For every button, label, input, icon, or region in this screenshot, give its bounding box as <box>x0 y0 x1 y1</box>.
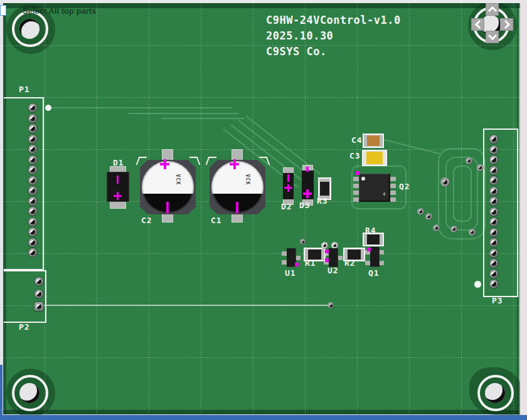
through-hole-pad <box>321 242 328 249</box>
ref-label-r2: R2 <box>344 258 356 268</box>
window-background-top <box>0 0 527 3</box>
connector-pin <box>489 145 498 154</box>
via <box>440 177 450 187</box>
c3-body <box>362 150 387 166</box>
connector-pin <box>28 145 37 154</box>
tooltip-text: Select All top parts <box>23 6 96 16</box>
connector-pin <box>28 124 37 133</box>
pan-left-button[interactable] <box>471 18 484 31</box>
connector-pin <box>489 187 498 196</box>
d3-polarity-mark <box>306 167 309 172</box>
ref-label-p3: P3 <box>492 296 503 305</box>
connector-pin <box>28 197 37 206</box>
connector-pin <box>489 270 498 278</box>
c2-marking-text: VCK <box>175 174 181 185</box>
copper-trace <box>39 305 331 306</box>
copper-trace <box>50 107 232 108</box>
connector-pin <box>489 207 498 216</box>
connector-pin <box>489 166 498 175</box>
c4-body <box>363 134 384 148</box>
pan-down-button[interactable] <box>486 31 499 43</box>
chevron-left-icon <box>474 20 483 29</box>
pcb-3d-viewer-canvas: { "tooltip": { "text": "Select All top p… <box>0 0 527 420</box>
ref-label-u1: U1 <box>285 268 296 278</box>
connector-pin <box>28 155 37 164</box>
connector-pin <box>28 186 37 195</box>
via <box>450 226 457 233</box>
via <box>433 224 440 231</box>
q1-polarity-mark <box>367 248 371 251</box>
connector-p1-outline <box>4 97 44 270</box>
connector-pin <box>35 277 43 286</box>
pan-up-button[interactable] <box>486 3 499 16</box>
window-background-right <box>520 0 527 420</box>
c2-pad <box>162 150 173 160</box>
connector-pin <box>28 103 37 112</box>
connector-p3-outline <box>483 129 518 297</box>
q1-body <box>370 247 380 267</box>
u2-body <box>329 248 338 267</box>
copper-loop <box>453 165 472 222</box>
q2-lead <box>390 197 396 202</box>
via <box>466 157 472 164</box>
connector-pin <box>489 259 498 268</box>
ref-label-d3: D3 <box>299 201 311 210</box>
ref-label-p1: P1 <box>19 85 30 94</box>
q2-lead <box>390 191 396 195</box>
c4-dielectric <box>367 135 380 146</box>
connector-pin <box>28 228 37 236</box>
board-company-text: C9SYS Co. <box>266 45 327 58</box>
r3-resistive-element <box>320 182 329 196</box>
ref-label-r3: R3 <box>317 196 328 206</box>
connector-pin <box>28 218 37 226</box>
chevron-up-icon <box>487 6 496 15</box>
d2-polarity-mark <box>284 187 292 189</box>
connector-pin <box>489 238 498 247</box>
ref-label-c4: C4 <box>351 135 363 145</box>
connector-pin <box>489 135 498 144</box>
ref-label-c2: C2 <box>141 216 152 225</box>
connector-pin <box>28 135 37 144</box>
connector-pin <box>28 248 37 257</box>
connector-pin <box>489 228 498 237</box>
via <box>477 164 484 171</box>
d1-polarity-mark <box>114 195 122 197</box>
c1-pad <box>232 150 242 160</box>
c2-plus-mark <box>164 159 166 169</box>
ref-label-d2: D2 <box>281 202 292 211</box>
copper-trace <box>162 118 245 119</box>
u2-polarity-mark <box>325 258 329 262</box>
pan-right-button[interactable] <box>500 18 513 31</box>
r2-end-cap <box>361 249 364 260</box>
connector-pin <box>28 238 37 247</box>
q2-lead <box>390 177 396 181</box>
via <box>469 229 476 236</box>
u2-polarity-mark <box>325 249 329 253</box>
window-background-left <box>0 0 3 420</box>
c3-dielectric <box>366 152 383 164</box>
ref-label-q1: Q1 <box>368 268 380 278</box>
d1-polarity-mark <box>117 176 119 184</box>
mounting-hole-bore <box>485 383 505 403</box>
pin1-marker-dot <box>45 105 51 111</box>
c4-end-cap <box>380 135 383 147</box>
ref-label-p2: P2 <box>19 322 30 332</box>
c1-marking-text: VCK <box>245 174 250 185</box>
chevron-down-icon <box>487 31 496 40</box>
ref-label-q2: Q2 <box>399 182 410 191</box>
connector-pin <box>28 165 37 174</box>
connector-pin <box>35 290 43 298</box>
window-border-bottom <box>0 415 527 420</box>
connector-pin <box>489 155 498 164</box>
connector-pin <box>489 280 498 288</box>
board-date-text: 2025.10.30 <box>266 29 333 42</box>
ref-label-r4: R4 <box>365 226 376 235</box>
ref-label-u2: U2 <box>327 266 339 275</box>
connector-pin <box>489 249 498 258</box>
connector-pin <box>489 197 498 206</box>
c1-minus-mark <box>236 202 238 213</box>
q2-lead <box>390 184 396 188</box>
pin1-marker-dot <box>474 281 481 288</box>
via <box>300 239 306 244</box>
chevron-right-icon <box>501 20 509 29</box>
